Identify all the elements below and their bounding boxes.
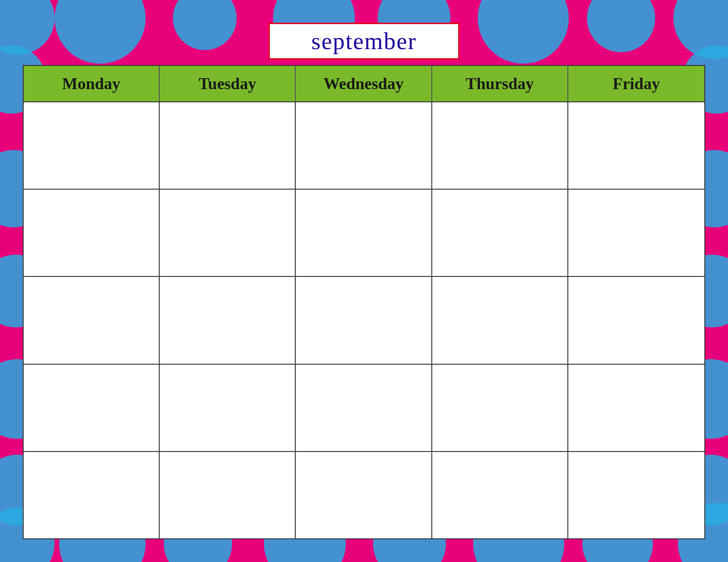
cell-row1-mon[interactable]	[24, 102, 160, 189]
cell-row1-fri[interactable]	[568, 102, 704, 189]
cell-row2-tue[interactable]	[160, 190, 296, 276]
cell-row3-mon[interactable]	[24, 277, 160, 363]
header-monday: Monday	[24, 66, 160, 101]
cell-row4-fri[interactable]	[568, 365, 704, 451]
cell-row5-fri[interactable]	[568, 452, 704, 538]
header-thursday: Thursday	[432, 66, 568, 101]
cell-row2-thu[interactable]	[432, 190, 568, 276]
calendar-title-box: september	[268, 23, 460, 60]
cell-row2-mon[interactable]	[24, 190, 160, 276]
week-row-5	[24, 452, 704, 538]
cell-row3-fri[interactable]	[568, 277, 704, 363]
week-row-1	[24, 102, 704, 190]
cell-row5-thu[interactable]	[432, 452, 568, 538]
cell-row3-thu[interactable]	[432, 277, 568, 363]
calendar-wrapper: september Monday Tuesday Wednesday Thurs…	[23, 23, 705, 539]
header-tuesday: Tuesday	[160, 66, 296, 101]
calendar-grid: Monday Tuesday Wednesday Thursday Friday	[23, 65, 705, 539]
calendar-header: Monday Tuesday Wednesday Thursday Friday	[24, 66, 704, 102]
cell-row4-tue[interactable]	[160, 365, 296, 451]
week-row-2	[24, 190, 704, 277]
header-friday: Friday	[568, 66, 704, 101]
cell-row4-thu[interactable]	[432, 365, 568, 451]
calendar-title: september	[311, 28, 417, 54]
calendar-body	[24, 102, 704, 538]
cell-row3-wed[interactable]	[296, 277, 432, 363]
cell-row1-thu[interactable]	[432, 102, 568, 189]
cell-row4-wed[interactable]	[296, 365, 432, 451]
week-row-3	[24, 277, 704, 364]
cell-row2-wed[interactable]	[296, 190, 432, 276]
cell-row3-tue[interactable]	[160, 277, 296, 363]
cell-row5-mon[interactable]	[24, 452, 160, 538]
cell-row5-wed[interactable]	[296, 452, 432, 538]
cell-row2-fri[interactable]	[568, 190, 704, 276]
cell-row5-tue[interactable]	[160, 452, 296, 538]
header-wednesday: Wednesday	[296, 66, 432, 101]
week-row-4	[24, 365, 704, 452]
cell-row1-tue[interactable]	[160, 102, 296, 189]
cell-row4-mon[interactable]	[24, 365, 160, 451]
cell-row1-wed[interactable]	[296, 102, 432, 189]
